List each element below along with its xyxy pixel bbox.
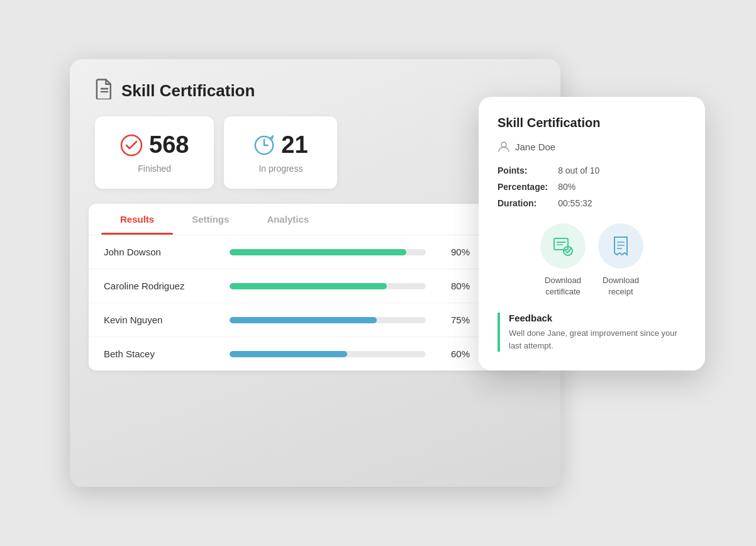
progress-bar-fill [230, 283, 387, 289]
result-percent: 80% [438, 281, 470, 291]
clock-icon [253, 135, 275, 156]
progress-bar-container [230, 351, 426, 357]
download-certificate-label: Downloadcertificate [545, 275, 581, 298]
result-name: Beth Stacey [104, 348, 217, 359]
detail-stat-label: Duration: [498, 198, 548, 208]
results-list: John Dowson 90% 5m 20s Caroline Rodrigue… [89, 235, 542, 370]
result-percent: 60% [438, 348, 470, 359]
result-percent: 75% [438, 315, 470, 325]
result-row: Kevin Nguyen 75% 5m 00s [89, 303, 542, 337]
detail-stat-label: Percentage: [498, 182, 548, 192]
finished-number: 568 [149, 131, 189, 159]
result-row: Caroline Rodriguez 80% 6m 10s [89, 269, 542, 303]
user-icon [498, 140, 510, 153]
check-circle-icon [120, 134, 143, 157]
detail-user-name: Jane Doe [515, 142, 555, 152]
tab-results[interactable]: Results [101, 204, 173, 235]
result-row: John Dowson 90% 5m 20s [89, 235, 542, 269]
svg-point-2 [121, 135, 142, 155]
scene: Skill Certification 568 Finished [32, 34, 724, 512]
certificate-icon [550, 233, 575, 259]
tab-analytics[interactable]: Analytics [248, 204, 328, 235]
inprogress-number: 21 [281, 131, 308, 159]
svg-point-4 [501, 142, 506, 147]
detail-card: Skill Certification Jane Doe Points:8 ou… [479, 97, 705, 370]
feedback-title: Feedback [509, 313, 686, 323]
progress-bar-container [230, 249, 426, 255]
result-percent: 90% [438, 247, 470, 257]
progress-bar-fill [230, 317, 377, 323]
progress-bar-container [230, 283, 426, 289]
download-certificate-button[interactable]: Downloadcertificate [540, 223, 586, 298]
feedback-text: Well done Jane, great improvement since … [509, 327, 686, 352]
result-name: Kevin Nguyen [104, 315, 217, 325]
stat-card-finished: 568 Finished [95, 116, 214, 189]
tabs-header: Results Settings Analytics [89, 204, 542, 235]
download-receipt-label: Downloadreceipt [603, 275, 639, 298]
detail-user: Jane Doe [498, 140, 686, 153]
result-name: John Dowson [104, 247, 217, 257]
receipt-icon-circle [598, 223, 643, 269]
inprogress-label: In progress [258, 164, 303, 174]
result-name: Caroline Rodriguez [104, 281, 217, 291]
progress-bar-container [230, 317, 426, 323]
download-section: Downloadcertificate Downloadreceipt [498, 223, 686, 298]
tab-settings[interactable]: Settings [173, 204, 248, 235]
detail-stat-value: 80% [558, 182, 686, 192]
download-receipt-button[interactable]: Downloadreceipt [598, 223, 643, 298]
svg-rect-5 [554, 238, 568, 250]
detail-stat-label: Points: [498, 165, 548, 176]
progress-bar-fill [230, 351, 347, 357]
finished-label: Finished [138, 164, 171, 174]
feedback-section: Feedback Well done Jane, great improveme… [498, 313, 686, 352]
result-row: Beth Stacey 60% 6m 30s [89, 337, 542, 370]
receipt-icon [608, 233, 633, 259]
stat-card-inprogress: 21 In progress [224, 116, 337, 189]
detail-stat-value: 00:55:32 [558, 198, 686, 208]
tabs-container: Results Settings Analytics John Dowson 9… [89, 204, 542, 370]
certificate-icon-circle [540, 223, 586, 269]
detail-title: Skill Certification [498, 116, 686, 130]
progress-bar-fill [230, 249, 406, 255]
detail-stat-value: 8 out of 10 [558, 165, 686, 176]
detail-stats: Points:8 out of 10Percentage:80%Duration… [498, 165, 686, 208]
main-card-title: Skill Certification [121, 81, 255, 101]
document-icon [95, 78, 114, 104]
